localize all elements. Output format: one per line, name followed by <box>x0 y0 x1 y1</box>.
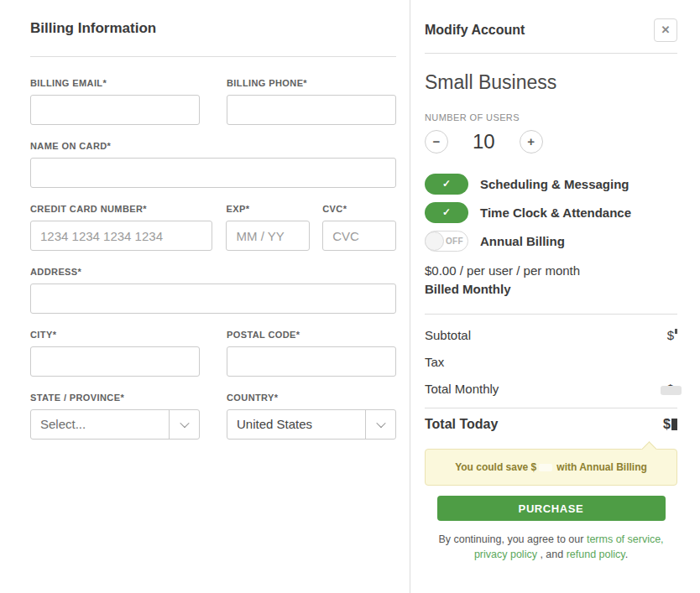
checkout-modal: Billing Information BILLING EMAIL* BILLI… <box>0 0 700 593</box>
annual-billing-toggle-label: Annual Billing <box>480 234 565 248</box>
name-on-card-label: NAME ON CARD* <box>30 141 396 151</box>
users-count: 10 <box>473 130 495 153</box>
exp-label: EXP* <box>226 204 310 214</box>
billing-cycle: Billed Monthly <box>425 282 677 296</box>
purchase-button[interactable]: PURCHASE <box>437 496 666 521</box>
subtotal-label: Subtotal <box>425 328 471 342</box>
terms-text: By continuing, you agree to our terms of… <box>425 532 677 562</box>
card-number-label: CREDIT CARD NUMBER* <box>30 204 212 214</box>
minus-icon[interactable]: − <box>425 130 448 153</box>
redacted-value <box>675 329 677 334</box>
address-label: ADDRESS* <box>30 267 396 277</box>
billing-information-panel: Billing Information BILLING EMAIL* BILLI… <box>0 0 410 593</box>
plan-name: Small Business <box>425 71 677 94</box>
state-province-label: STATE / PROVINCE* <box>30 393 200 403</box>
savings-text-prefix: You could save $ <box>455 461 536 473</box>
billing-divider <box>30 56 396 57</box>
users-stepper: − 10 + <box>425 130 677 153</box>
billing-phone-input[interactable] <box>227 95 396 125</box>
state-province-select[interactable]: Select... <box>30 409 200 440</box>
header-divider <box>425 53 677 54</box>
billing-email-input[interactable] <box>30 95 200 125</box>
terms-of-service-link[interactable]: terms of service, <box>587 533 664 545</box>
address-input[interactable] <box>30 283 396 314</box>
check-icon: ✓ <box>442 206 451 218</box>
modify-account-header: Modify Account ✕ <box>425 18 677 42</box>
email-phone-row: BILLING EMAIL* BILLING PHONE* <box>30 78 396 125</box>
state-province-value: Select... <box>31 410 169 439</box>
timeclock-toggle[interactable]: ✓ <box>425 202 468 223</box>
redacted-value <box>671 419 677 430</box>
cvc-label: CVC* <box>322 204 396 214</box>
toggle-off-label: OFF <box>446 237 463 246</box>
address-row: ADDRESS* <box>30 267 396 314</box>
total-today-row: Total Today $ <box>425 408 677 440</box>
cvc-input[interactable] <box>322 221 396 251</box>
subtotal-value: $ <box>667 328 677 342</box>
chevron-down-icon <box>169 410 199 439</box>
number-of-users-label: NUMBER OF USERS <box>425 112 677 122</box>
redacted-value <box>539 464 552 471</box>
close-icon[interactable]: ✕ <box>654 18 677 42</box>
billing-phone-label: BILLING PHONE* <box>227 78 396 88</box>
country-select[interactable]: United States <box>227 409 396 440</box>
postal-code-label: POSTAL CODE* <box>227 330 396 340</box>
timeclock-toggle-label: Time Clock & Attendance <box>480 205 631 220</box>
annual-billing-toggle[interactable]: OFF <box>425 231 468 252</box>
subtotal-row: Subtotal $ <box>425 321 677 348</box>
total-monthly-row: Total Monthly $. <box>425 375 677 402</box>
tax-row: Tax <box>425 348 677 375</box>
terms-intro: By continuing, you agree to our <box>438 533 587 545</box>
privacy-policy-link[interactable]: privacy policy <box>474 549 537 560</box>
toggle-row-scheduling: ✓ Scheduling & Messaging <box>425 173 677 195</box>
refund-policy-link[interactable]: refund policy <box>567 549 625 560</box>
total-today-value: $ <box>663 417 677 432</box>
city-input[interactable] <box>30 346 200 377</box>
country-label: COUNTRY* <box>227 393 396 403</box>
city-postal-row: CITY* POSTAL CODE* <box>30 330 396 377</box>
check-icon: ✓ <box>442 178 451 190</box>
per-user-rate: $0.00 / per user / per month <box>425 263 677 278</box>
chevron-down-icon <box>365 410 395 439</box>
tax-label: Tax <box>425 355 444 369</box>
toggle-knob <box>425 231 444 251</box>
scrollbar-thumb[interactable] <box>661 386 682 395</box>
postal-code-input[interactable] <box>227 346 396 377</box>
scheduling-toggle-label: Scheduling & Messaging <box>480 177 629 191</box>
card-number-input[interactable] <box>30 221 212 251</box>
scheduling-toggle[interactable]: ✓ <box>425 174 468 195</box>
modify-account-panel: Modify Account ✕ Small Business NUMBER O… <box>410 0 700 593</box>
modify-account-title: Modify Account <box>425 18 525 38</box>
terms-period: . <box>625 549 628 560</box>
terms-and: , and <box>537 549 567 560</box>
city-label: CITY* <box>30 330 200 340</box>
card-details-row: CREDIT CARD NUMBER* EXP* CVC* <box>30 204 396 251</box>
exp-input[interactable] <box>226 221 310 251</box>
state-country-row: STATE / PROVINCE* Select... COUNTRY* Uni… <box>30 393 396 440</box>
toggle-row-annual-billing: OFF Annual Billing <box>425 230 677 252</box>
name-on-card-input[interactable] <box>30 158 396 188</box>
country-value: United States <box>227 410 365 439</box>
total-monthly-label: Total Monthly <box>425 382 499 396</box>
summary-divider <box>425 314 677 315</box>
billing-email-label: BILLING EMAIL* <box>30 78 200 88</box>
plus-icon[interactable]: + <box>520 130 543 153</box>
toggle-row-timeclock: ✓ Time Clock & Attendance <box>425 201 677 223</box>
name-on-card-row: NAME ON CARD* <box>30 141 396 188</box>
savings-text-suffix: with Annual Billing <box>556 461 647 473</box>
billing-information-title: Billing Information <box>30 20 396 37</box>
total-today-label: Total Today <box>425 417 498 432</box>
annual-savings-banner: You could save $ with Annual Billing <box>425 449 677 486</box>
